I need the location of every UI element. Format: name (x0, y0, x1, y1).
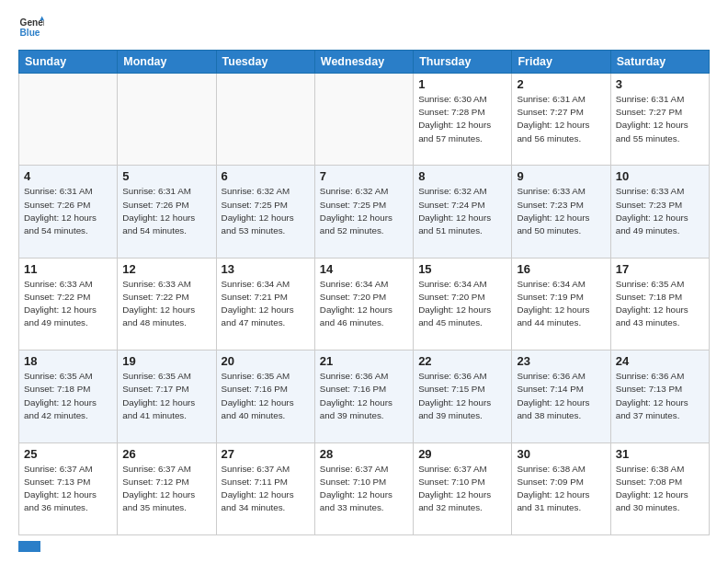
weekday-header-sunday: Sunday (19, 51, 118, 74)
day-info: Sunrise: 6:34 AM Sunset: 7:21 PM Dayligh… (222, 278, 310, 330)
calendar-cell: 15Sunrise: 6:34 AM Sunset: 7:20 PM Dayli… (414, 258, 512, 350)
day-info: Sunrise: 6:35 AM Sunset: 7:18 PM Dayligh… (616, 278, 704, 330)
logo-icon: General Blue (18, 15, 44, 40)
day-info: Sunrise: 6:32 AM Sunset: 7:25 PM Dayligh… (320, 185, 408, 237)
calendar-cell: 21Sunrise: 6:36 AM Sunset: 7:16 PM Dayli… (314, 350, 413, 442)
calendar-cell: 28Sunrise: 6:37 AM Sunset: 7:10 PM Dayli… (314, 442, 413, 534)
svg-text:Blue: Blue (20, 28, 40, 38)
day-info: Sunrise: 6:33 AM Sunset: 7:23 PM Dayligh… (517, 185, 605, 237)
calendar-cell: 31Sunrise: 6:38 AM Sunset: 7:08 PM Dayli… (610, 442, 709, 534)
day-number: 21 (320, 354, 408, 368)
day-info: Sunrise: 6:35 AM Sunset: 7:18 PM Dayligh… (24, 370, 112, 422)
day-number: 13 (222, 262, 310, 276)
day-number: 9 (517, 169, 605, 183)
day-number: 3 (616, 77, 704, 91)
day-info: Sunrise: 6:37 AM Sunset: 7:12 PM Dayligh… (122, 463, 210, 515)
day-info: Sunrise: 6:30 AM Sunset: 7:28 PM Dayligh… (418, 93, 506, 145)
header: General Blue (18, 15, 710, 40)
day-number: 26 (122, 447, 210, 461)
day-number: 19 (122, 354, 210, 368)
day-info: Sunrise: 6:35 AM Sunset: 7:17 PM Dayligh… (122, 370, 210, 422)
day-info: Sunrise: 6:37 AM Sunset: 7:10 PM Dayligh… (418, 463, 506, 515)
weekday-header-tuesday: Tuesday (216, 51, 314, 74)
day-number: 25 (24, 447, 112, 461)
logo: General Blue (18, 15, 44, 40)
calendar-cell: 17Sunrise: 6:35 AM Sunset: 7:18 PM Dayli… (610, 258, 709, 350)
day-number: 10 (616, 169, 704, 183)
calendar-cell: 6Sunrise: 6:32 AM Sunset: 7:25 PM Daylig… (216, 166, 314, 258)
day-info: Sunrise: 6:32 AM Sunset: 7:24 PM Dayligh… (418, 185, 506, 237)
calendar-week-4: 18Sunrise: 6:35 AM Sunset: 7:18 PM Dayli… (19, 350, 710, 442)
day-number: 20 (222, 354, 310, 368)
day-info: Sunrise: 6:31 AM Sunset: 7:27 PM Dayligh… (517, 93, 605, 145)
day-info: Sunrise: 6:34 AM Sunset: 7:19 PM Dayligh… (517, 278, 605, 330)
day-info: Sunrise: 6:36 AM Sunset: 7:14 PM Dayligh… (517, 370, 605, 422)
day-info: Sunrise: 6:31 AM Sunset: 7:27 PM Dayligh… (616, 93, 704, 145)
day-number: 1 (418, 77, 506, 91)
calendar-cell (314, 74, 413, 166)
calendar-cell: 26Sunrise: 6:37 AM Sunset: 7:12 PM Dayli… (118, 442, 216, 534)
day-number: 22 (418, 354, 506, 368)
calendar-cell: 12Sunrise: 6:33 AM Sunset: 7:22 PM Dayli… (118, 258, 216, 350)
calendar-cell: 24Sunrise: 6:36 AM Sunset: 7:13 PM Dayli… (610, 350, 709, 442)
day-info: Sunrise: 6:32 AM Sunset: 7:25 PM Dayligh… (222, 185, 310, 237)
calendar-cell: 11Sunrise: 6:33 AM Sunset: 7:22 PM Dayli… (19, 258, 118, 350)
calendar-week-2: 4Sunrise: 6:31 AM Sunset: 7:26 PM Daylig… (19, 166, 710, 258)
calendar-cell: 27Sunrise: 6:37 AM Sunset: 7:11 PM Dayli… (216, 442, 314, 534)
calendar-week-3: 11Sunrise: 6:33 AM Sunset: 7:22 PM Dayli… (19, 258, 710, 350)
calendar-cell: 13Sunrise: 6:34 AM Sunset: 7:21 PM Dayli… (216, 258, 314, 350)
day-info: Sunrise: 6:33 AM Sunset: 7:22 PM Dayligh… (122, 278, 210, 330)
day-info: Sunrise: 6:34 AM Sunset: 7:20 PM Dayligh… (418, 278, 506, 330)
day-number: 23 (517, 354, 605, 368)
calendar-cell: 8Sunrise: 6:32 AM Sunset: 7:24 PM Daylig… (414, 166, 512, 258)
day-info: Sunrise: 6:36 AM Sunset: 7:15 PM Dayligh… (418, 370, 506, 422)
calendar-cell: 4Sunrise: 6:31 AM Sunset: 7:26 PM Daylig… (19, 166, 118, 258)
day-number: 15 (418, 262, 506, 276)
calendar-cell: 20Sunrise: 6:35 AM Sunset: 7:16 PM Dayli… (216, 350, 314, 442)
day-number: 11 (24, 262, 112, 276)
calendar-week-5: 25Sunrise: 6:37 AM Sunset: 7:13 PM Dayli… (19, 442, 710, 534)
day-number: 27 (222, 447, 310, 461)
day-info: Sunrise: 6:36 AM Sunset: 7:13 PM Dayligh… (616, 370, 704, 422)
calendar-cell: 3Sunrise: 6:31 AM Sunset: 7:27 PM Daylig… (610, 74, 709, 166)
day-info: Sunrise: 6:35 AM Sunset: 7:16 PM Dayligh… (222, 370, 310, 422)
day-number: 7 (320, 169, 408, 183)
day-number: 29 (418, 447, 506, 461)
calendar-week-1: 1Sunrise: 6:30 AM Sunset: 7:28 PM Daylig… (19, 74, 710, 166)
weekday-header-wednesday: Wednesday (314, 51, 413, 74)
day-info: Sunrise: 6:36 AM Sunset: 7:16 PM Dayligh… (320, 370, 408, 422)
day-number: 31 (616, 447, 704, 461)
weekday-header-monday: Monday (118, 51, 216, 74)
day-info: Sunrise: 6:33 AM Sunset: 7:23 PM Dayligh… (616, 185, 704, 237)
day-number: 24 (616, 354, 704, 368)
calendar-cell: 10Sunrise: 6:33 AM Sunset: 7:23 PM Dayli… (610, 166, 709, 258)
day-info: Sunrise: 6:37 AM Sunset: 7:11 PM Dayligh… (222, 463, 310, 515)
weekday-header-friday: Friday (512, 51, 610, 74)
day-number: 6 (222, 169, 310, 183)
day-number: 2 (517, 77, 605, 91)
day-number: 17 (616, 262, 704, 276)
day-info: Sunrise: 6:33 AM Sunset: 7:22 PM Dayligh… (24, 278, 112, 330)
calendar-cell: 19Sunrise: 6:35 AM Sunset: 7:17 PM Dayli… (118, 350, 216, 442)
legend-color-box (18, 541, 40, 552)
calendar-cell: 1Sunrise: 6:30 AM Sunset: 7:28 PM Daylig… (414, 74, 512, 166)
day-number: 14 (320, 262, 408, 276)
calendar-table: SundayMondayTuesdayWednesdayThursdayFrid… (18, 50, 710, 535)
calendar-cell (19, 74, 118, 166)
weekday-header-thursday: Thursday (414, 51, 512, 74)
day-number: 12 (122, 262, 210, 276)
calendar-cell: 9Sunrise: 6:33 AM Sunset: 7:23 PM Daylig… (512, 166, 610, 258)
calendar-cell (216, 74, 314, 166)
day-info: Sunrise: 6:38 AM Sunset: 7:08 PM Dayligh… (616, 463, 704, 515)
calendar-cell: 29Sunrise: 6:37 AM Sunset: 7:10 PM Dayli… (414, 442, 512, 534)
calendar-cell: 5Sunrise: 6:31 AM Sunset: 7:26 PM Daylig… (118, 166, 216, 258)
day-number: 18 (24, 354, 112, 368)
calendar-cell: 25Sunrise: 6:37 AM Sunset: 7:13 PM Dayli… (19, 442, 118, 534)
calendar-cell: 2Sunrise: 6:31 AM Sunset: 7:27 PM Daylig… (512, 74, 610, 166)
day-info: Sunrise: 6:31 AM Sunset: 7:26 PM Dayligh… (24, 185, 112, 237)
calendar-cell: 14Sunrise: 6:34 AM Sunset: 7:20 PM Dayli… (314, 258, 413, 350)
day-info: Sunrise: 6:38 AM Sunset: 7:09 PM Dayligh… (517, 463, 605, 515)
day-info: Sunrise: 6:37 AM Sunset: 7:10 PM Dayligh… (320, 463, 408, 515)
page: General Blue SundayMondayTuesdayWednesda… (0, 0, 728, 563)
calendar-cell: 22Sunrise: 6:36 AM Sunset: 7:15 PM Dayli… (414, 350, 512, 442)
